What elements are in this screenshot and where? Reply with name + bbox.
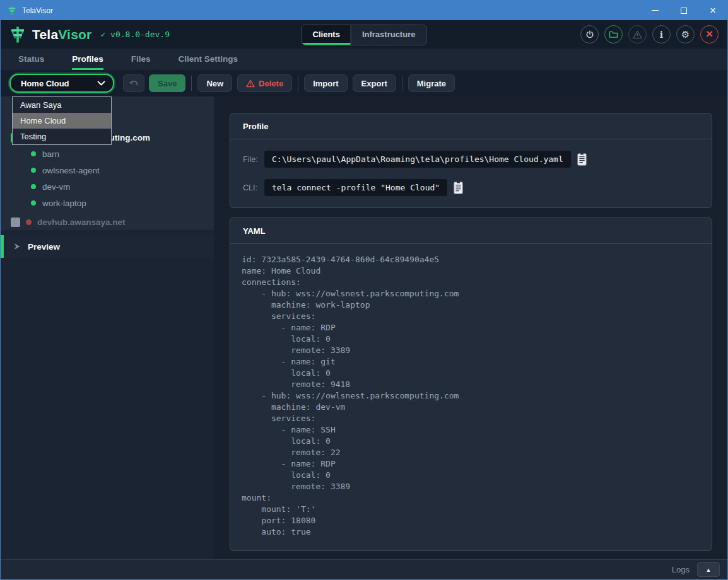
dropdown-option-awan-saya[interactable]: Awan Saya xyxy=(13,97,111,113)
profile-panel-body: File: C:\Users\paul\AppData\Roaming\tela… xyxy=(230,139,712,207)
preview-section-toggle[interactable]: Preview xyxy=(1,235,214,258)
online-status-dot xyxy=(31,200,36,206)
status-bar: Logs ▲ xyxy=(1,559,727,579)
tree-row-machine[interactable]: dev-vm xyxy=(1,178,214,195)
window-title: TelaVisor xyxy=(22,6,53,15)
folder-icon xyxy=(609,30,618,38)
online-status-dot xyxy=(31,151,36,156)
machine-label: dev-vm xyxy=(42,182,70,192)
offline-hub-checkbox[interactable] xyxy=(11,218,20,227)
preview-label: Preview xyxy=(28,242,60,252)
body: ✓ owlsnest.parkscomputing.com barn owlsn… xyxy=(1,96,727,559)
delete-warning-icon xyxy=(246,79,255,88)
yaml-panel: YAML id: 7323a585-2439-4764-860d-64c8949… xyxy=(230,218,712,551)
sidebar-empty-area xyxy=(1,258,214,559)
clipboard-copy-icon xyxy=(577,153,587,166)
exit-x-icon: × xyxy=(706,28,713,40)
tab-files[interactable]: Files xyxy=(131,49,151,70)
version-label: ✓ v0.8.0-dev.9 xyxy=(100,30,170,39)
sidebar: ✓ owlsnest.parkscomputing.com barn owlsn… xyxy=(1,96,214,559)
warning-icon xyxy=(633,30,642,39)
chevron-down-icon xyxy=(97,81,105,86)
sidebar-gap xyxy=(1,230,214,235)
toolbar-separator xyxy=(402,76,402,91)
offline-hub-label: devhub.awansaya.net xyxy=(37,218,126,227)
profile-toolbar: Home Cloud Save New Delete Import xyxy=(1,70,727,96)
delete-label: Delete xyxy=(259,79,283,88)
power-button[interactable] xyxy=(580,25,599,44)
main-content: Profile File: C:\Users\paul\AppData\Roam… xyxy=(214,96,727,559)
profile-select-value: Home Cloud xyxy=(21,79,97,88)
export-button[interactable]: Export xyxy=(353,74,396,92)
tab-profiles[interactable]: Profiles xyxy=(72,49,103,70)
profile-panel: Profile File: C:\Users\paul\AppData\Roam… xyxy=(230,113,712,208)
mode-tabs: Clients Infrastructure xyxy=(302,25,427,45)
toolbar-separator xyxy=(191,76,192,91)
import-button[interactable]: Import xyxy=(304,74,347,92)
new-button[interactable]: New xyxy=(197,74,232,92)
titlebar: TelaVisor × xyxy=(1,1,727,20)
tab-status[interactable]: Status xyxy=(18,49,44,70)
settings-button[interactable]: ⚙ xyxy=(676,25,695,44)
logs-label: Logs xyxy=(672,565,690,574)
maximize-button[interactable] xyxy=(669,1,698,20)
profile-select-dropdown: Awan Saya Home Cloud Testing xyxy=(12,96,112,145)
toolbar-separator xyxy=(298,76,298,91)
yaml-panel-body: id: 7323a585-2439-4764-860d-64c89490a4e5… xyxy=(230,244,712,550)
app-logo-icon xyxy=(7,6,17,16)
online-status-dot xyxy=(31,168,36,173)
maximize-icon xyxy=(681,8,687,14)
offline-status-dot xyxy=(26,219,32,225)
section-tabs: Status Profiles Files Client Settings xyxy=(1,49,727,70)
dropdown-option-testing[interactable]: Testing xyxy=(13,129,111,144)
yaml-content: id: 7323a585-2439-4764-860d-64c89490a4e5… xyxy=(242,254,699,538)
close-window-button[interactable]: × xyxy=(698,1,727,20)
triangle-up-icon: ▲ xyxy=(706,567,712,573)
cli-command-value: tela connect -profile "Home Cloud" xyxy=(264,179,447,196)
undo-icon xyxy=(129,79,139,87)
app-window: TelaVisor × TelaVisor ✓ v0.8.0-dev.9 Cli… xyxy=(0,0,728,580)
exit-button[interactable]: × xyxy=(700,25,719,44)
cli-label: CLI: xyxy=(243,183,264,192)
warnings-button[interactable] xyxy=(628,25,647,44)
brand-name: TelaVisor xyxy=(32,27,91,42)
machine-label: work-laptop xyxy=(42,199,86,208)
tree-row-machine[interactable]: barn xyxy=(1,146,214,162)
undo-button[interactable] xyxy=(123,74,144,92)
file-row: File: C:\Users\paul\AppData\Roaming\tela… xyxy=(243,151,699,168)
copy-file-path-button[interactable] xyxy=(577,153,587,166)
logs-expand-button[interactable]: ▲ xyxy=(697,562,720,577)
save-button[interactable]: Save xyxy=(149,74,185,92)
brand-logo-icon xyxy=(8,25,27,44)
info-button[interactable]: i xyxy=(652,25,671,44)
gear-icon: ⚙ xyxy=(681,30,690,39)
tab-client-settings[interactable]: Client Settings xyxy=(179,49,238,70)
close-icon: × xyxy=(710,5,716,16)
info-icon: i xyxy=(660,30,663,40)
file-path-value: C:\Users\paul\AppData\Roaming\tela\profi… xyxy=(264,151,571,168)
tree-row-offline-hub[interactable]: devhub.awansaya.net xyxy=(1,214,214,230)
dropdown-option-home-cloud[interactable]: Home Cloud xyxy=(13,113,111,129)
tree-row-machine[interactable]: owlsnest-agent xyxy=(1,162,214,178)
header-actions: i ⚙ × xyxy=(580,25,727,44)
power-icon xyxy=(585,30,594,39)
migrate-button[interactable]: Migrate xyxy=(408,74,455,92)
minimize-button[interactable] xyxy=(640,1,669,20)
file-label: File: xyxy=(243,155,264,164)
cli-row: CLI: tela connect -profile "Home Cloud" xyxy=(243,179,699,196)
delete-button[interactable]: Delete xyxy=(237,74,292,92)
yaml-panel-title: YAML xyxy=(230,218,712,244)
tab-clients[interactable]: Clients xyxy=(302,25,351,45)
profile-panel-title: Profile xyxy=(230,113,712,139)
open-folder-button[interactable] xyxy=(604,25,623,44)
copy-cli-command-button[interactable] xyxy=(454,182,463,194)
minimize-icon xyxy=(652,10,659,11)
profile-select[interactable]: Home Cloud xyxy=(9,74,114,93)
tree-row-machine[interactable]: work-laptop xyxy=(1,195,214,211)
chevron-right-icon xyxy=(13,243,21,250)
app-header: TelaVisor ✓ v0.8.0-dev.9 Clients Infrast… xyxy=(1,20,727,49)
online-status-dot xyxy=(31,184,36,189)
machine-label: barn xyxy=(42,149,59,159)
machine-label: owlsnest-agent xyxy=(42,166,100,175)
tab-infrastructure[interactable]: Infrastructure xyxy=(351,25,426,45)
